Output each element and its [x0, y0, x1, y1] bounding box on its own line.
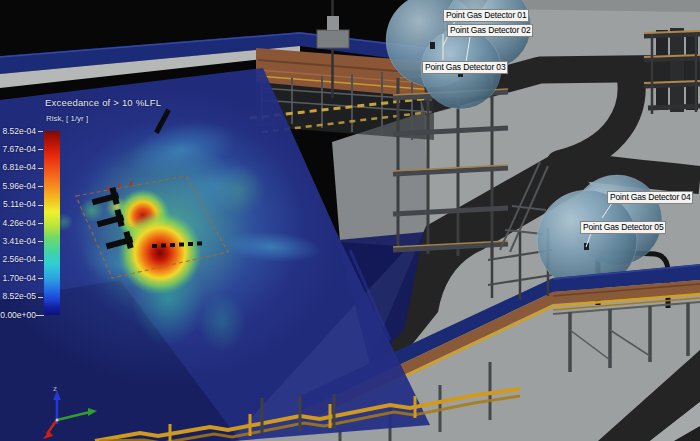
legend-tickmark [38, 223, 43, 224]
legend-tick: 8.52e-05 [0, 291, 36, 302]
legend-tick: 4.26e-04 [0, 218, 36, 229]
legend-unit-label: Risk, [ 1/yr ] [46, 114, 88, 123]
legend-colorbar [44, 131, 60, 315]
legend-tickmark [38, 278, 43, 279]
risk-hotspot-primary [118, 211, 202, 295]
detector-label-02[interactable]: Point Gas Detector 02 [447, 24, 533, 37]
legend-tickmark [38, 168, 43, 169]
detector-label-05[interactable]: Point Gas Detector 05 [580, 221, 666, 234]
legend-tickmark [38, 241, 43, 242]
legend-tick: 1.70e-04 [0, 273, 36, 284]
3d-viewport[interactable]: Exceedance of > 10 %LFL Risk, [ 1/yr ] 8… [0, 0, 700, 441]
legend-tickmark [38, 205, 43, 206]
legend-tick: 7.67e-04 [0, 144, 36, 155]
legend-tick: 6.81e-04 [0, 162, 36, 173]
legend-tick: 8.52e-04 [0, 126, 36, 137]
legend-tick: 0.00e+00 [0, 310, 36, 321]
legend-tickmark [38, 297, 43, 298]
detector-label-01[interactable]: Point Gas Detector 01 [443, 9, 529, 22]
legend-tick: 5.11e-04 [0, 199, 36, 210]
axis-z-label: z [53, 384, 57, 393]
legend-tick: 5.96e-04 [0, 181, 36, 192]
legend-tickmark [36, 315, 44, 316]
legend-tickmark [38, 131, 43, 132]
detector-label-03[interactable]: Point Gas Detector 03 [422, 61, 508, 74]
legend-tick: 3.41e-04 [0, 236, 36, 247]
legend-tickmark [38, 260, 43, 261]
legend-tickmark [38, 149, 43, 150]
legend-tickmark [38, 186, 43, 187]
right-process-tower [644, 28, 700, 114]
detector-label-04[interactable]: Point Gas Detector 04 [607, 191, 693, 204]
legend-title: Exceedance of > 10 %LFL [45, 97, 161, 108]
legend-tick: 2.56e-04 [0, 254, 36, 265]
